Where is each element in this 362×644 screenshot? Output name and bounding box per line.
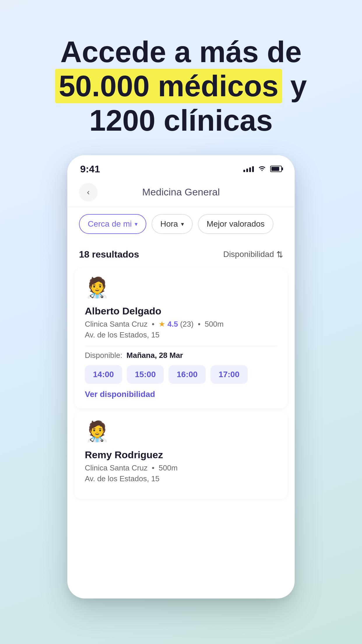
signal-icon: [243, 166, 254, 172]
filter-hora[interactable]: Hora ▾: [152, 214, 193, 234]
doctor-avatar-2: 🧑‍⚕️: [85, 421, 108, 444]
time-slots-1: 14:00 15:00 16:00 17:00: [85, 365, 277, 384]
nav-bar: ‹ Medicina General: [67, 178, 295, 207]
filter-valorados[interactable]: Mejor valorados: [198, 214, 273, 234]
time-slot-1600[interactable]: 16:00: [168, 365, 206, 384]
battery-icon: [270, 166, 282, 172]
filter-cerca[interactable]: Cerca de mi ▾: [79, 214, 146, 234]
doctor-name-1: Alberto Delgado: [85, 305, 277, 317]
hero-title: Accede a más de 50.000 médicos y 1200 cl…: [23, 35, 339, 138]
doctor-address-2: Av. de los Estados, 15: [85, 474, 277, 483]
back-icon: ‹: [87, 188, 89, 196]
time-slot-1700[interactable]: 17:00: [210, 365, 248, 384]
hero-highlight: 50.000 médicos: [55, 69, 282, 103]
doctor-clinic-2: Clinica Santa Cruz • 500m: [85, 463, 277, 473]
rating-value-1: 4.5: [168, 320, 178, 328]
doctor-address-1: Av. de los Estados, 15: [85, 330, 277, 340]
filter-valorados-label: Mejor valorados: [207, 219, 265, 229]
available-date-1: Mañana, 28 Mar: [126, 351, 183, 360]
clinic-name-2: Clinica Santa Cruz: [85, 463, 147, 472]
available-label-1: Disponible: Mañana, 28 Mar: [85, 351, 277, 360]
doctor-avatar-1: 🧑‍⚕️: [85, 277, 108, 301]
distance-2: 500m: [159, 463, 178, 472]
ver-disponibilidad-1[interactable]: Ver disponibilidad: [85, 390, 277, 399]
phone-screen: 9:41 ‹ Medicina General: [67, 155, 295, 598]
doctor-card-2[interactable]: 🧑‍⚕️ Remy Rodriguez Clinica Santa Cruz •…: [74, 412, 288, 499]
back-button[interactable]: ‹: [79, 183, 98, 202]
filter-cerca-label: Cerca de mi: [88, 219, 132, 229]
hero-section: Accede a más de 50.000 médicos y 1200 cl…: [0, 0, 362, 155]
doctor-name-2: Remy Rodriguez: [85, 449, 277, 461]
phone-mockup: 9:41 ‹ Medicina General: [67, 155, 295, 598]
sort-label: Disponibilidad: [223, 250, 274, 259]
sort-icon: ⇅: [276, 250, 283, 259]
time-slot-1500[interactable]: 15:00: [127, 365, 164, 384]
nav-title: Medicina General: [98, 186, 264, 198]
distance-1: 500m: [205, 320, 224, 328]
filter-bar: Cerca de mi ▾ Hora ▾ Mejor valorados: [67, 207, 295, 241]
rating-count-1: (23): [180, 320, 194, 328]
available-text-1: Disponible:: [85, 351, 122, 360]
hero-line1: Accede a más de: [60, 35, 302, 69]
star-icon-1: ★: [159, 320, 165, 328]
time-slot-1400[interactable]: 14:00: [85, 365, 122, 384]
results-header: 18 resultados Disponibilidad ⇅: [67, 241, 295, 265]
clinic-name-1: Clinica Santa Cruz: [85, 320, 147, 328]
hero-line2: y: [290, 69, 307, 103]
sort-button[interactable]: Disponibilidad ⇅: [223, 250, 283, 259]
filter-hora-arrow: ▾: [181, 220, 184, 228]
status-icons: [243, 165, 282, 173]
status-time: 9:41: [80, 163, 100, 175]
filter-cerca-arrow: ▾: [135, 220, 138, 228]
hero-line3: 1200 clínicas: [89, 104, 273, 137]
status-bar: 9:41: [67, 155, 295, 178]
divider-1: [85, 346, 277, 346]
filter-hora-label: Hora: [160, 219, 178, 229]
doctor-clinic-1: Clinica Santa Cruz • ★ 4.5 (23) • 500m: [85, 320, 277, 329]
wifi-icon: [258, 165, 266, 173]
results-count: 18 resultados: [79, 249, 139, 260]
doctor-card-1[interactable]: 🧑‍⚕️ Alberto Delgado Clinica Santa Cruz …: [74, 268, 288, 408]
